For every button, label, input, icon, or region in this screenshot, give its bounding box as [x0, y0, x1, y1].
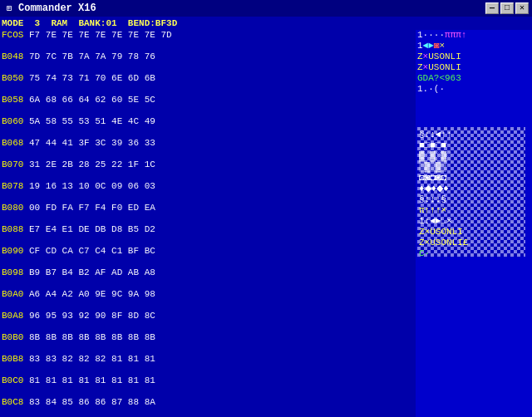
svg-text:§↕↕◄↑↑: §↕↕◄↑↑ — [419, 130, 452, 140]
hex-row: B068 47 44 41 3F 3C 39 36 33 — [2, 138, 414, 149]
graphics-display: §↕↕◄↑↑ ■□■□■ ▓░▓░▓░ ▒▓▒▓▒ ◘◙◘◙◘ ♦◆♦◆♦ §↕… — [417, 127, 525, 257]
hex-row: B058 6A 68 66 64 62 60 5E 5C — [2, 95, 414, 105]
ascii-line: 1····πππ↑ — [417, 30, 530, 41]
maximize-button[interactable]: □ — [500, 2, 514, 14]
hex-dump-area: FCOS F7 7E 7E 7E 7E 7E 7E 7E 7D B048 7D … — [0, 30, 532, 417]
mode-header: MODE 3 RAM BANK:01 BEND:BF3D — [0, 17, 532, 30]
hex-row: FCOS F7 7E 7E 7E 7E 7E 7E 7E 7D — [2, 30, 414, 41]
hex-row: B0C0 81 81 81 81 81 81 81 81 — [2, 375, 414, 386]
hex-row: B088 E7 E4 E1 DE DB D8 B5 D2 — [2, 224, 414, 235]
mode-info: MODE 3 RAM BANK:01 BEND:BF3D — [2, 18, 177, 28]
hex-row: B050 75 74 73 71 70 6E 6D 6B — [2, 73, 414, 84]
main-content-area: MODE 3 RAM BANK:01 BEND:BF3D FCOS F7 7E … — [0, 17, 532, 417]
svg-text:■□■□■: ■□■□■ — [419, 140, 446, 150]
hex-row: B090 CF CD CA C7 C4 C1 BF BC — [2, 246, 414, 257]
ascii-line: Z×USONLI — [417, 52, 530, 62]
svg-text:◘◙◘◙◘: ◘◙◘◙◘ — [419, 173, 446, 183]
ascii-panel: 1····πππ↑ 1◄►◙× Z×USONLI Z×USONLI GDA?<9… — [416, 30, 532, 417]
hex-row: B070 31 2E 2B 28 25 22 1F 1C — [2, 159, 414, 170]
svg-text:♦◆♦◆♦: ♦◆♦◆♦ — [419, 184, 449, 194]
title-left: ⊞ Commander X16 — [3, 2, 96, 14]
svg-text:π↑↑↑×: π↑↑↑× — [419, 205, 446, 215]
ascii-line: §↕↕◄↑↑ ■□■□■ ▓░▓░▓░ ▒▓▒▓▒ ◘◙◘◙◘ ♦◆♦◆♦ §↕… — [417, 95, 530, 278]
window-title: Commander X16 — [18, 2, 96, 14]
hex-row: B098 B9 B7 B4 B2 AF AD AB A8 — [2, 267, 414, 278]
hex-row: B078 19 16 13 10 0C 09 06 03 — [2, 181, 414, 192]
hex-row: B0A0 A6 A4 A2 A0 9E 9C 9A 98 — [2, 289, 414, 300]
hex-row: B080 00 FD FA F7 F4 F0 ED EA — [2, 203, 414, 213]
hex-row: B060 5A 58 55 53 51 4E 4C 49 — [2, 116, 414, 127]
hex-values-panel: FCOS F7 7E 7E 7E 7E 7E 7E 7E 7D B048 7D … — [0, 30, 416, 417]
app-icon: ⊞ — [3, 2, 15, 14]
svg-text:Z×USONLI£: Z×USONLI£ — [419, 238, 469, 248]
hex-row: B0B0 8B 8B 8B 8B 8B 8B 8B 8B — [2, 332, 414, 343]
svg-text:§↕↕↕§: §↕↕↕§ — [419, 194, 446, 204]
ascii-line: 1◄►◙× — [417, 41, 530, 52]
close-button[interactable]: ✕ — [515, 2, 529, 14]
hex-row: B048 7D 7C 7B 7A 7A 79 78 76 — [2, 52, 414, 62]
title-bar: ⊞ Commander X16 — □ ✕ — [0, 0, 532, 17]
ascii-line: GDA?<963 — [417, 73, 530, 84]
svg-text:▓░▓░▓░: ▓░▓░▓░ — [419, 150, 452, 162]
title-buttons: — □ ✕ — [485, 2, 529, 14]
svg-text:Z×USONLI: Z×USONLI — [419, 227, 463, 237]
hex-row: B0C8 83 84 85 86 86 87 88 8A — [2, 397, 414, 408]
svg-text:▒▓▒▓▒: ▒▓▒▓▒ — [419, 161, 446, 173]
hex-row: B0B8 83 83 82 82 82 81 81 81 — [2, 354, 414, 365]
svg-text:1↕◄►∟×: 1↕◄►∟× — [419, 216, 452, 226]
ascii-line: Z×USONLI — [417, 62, 530, 73]
minimize-button[interactable]: — — [485, 2, 499, 14]
ascii-line: 1.·(· — [417, 84, 530, 95]
hex-row: B0A8 96 95 93 92 90 8F 8D 8C — [2, 311, 414, 321]
svg-text:C·: C· — [419, 248, 430, 257]
